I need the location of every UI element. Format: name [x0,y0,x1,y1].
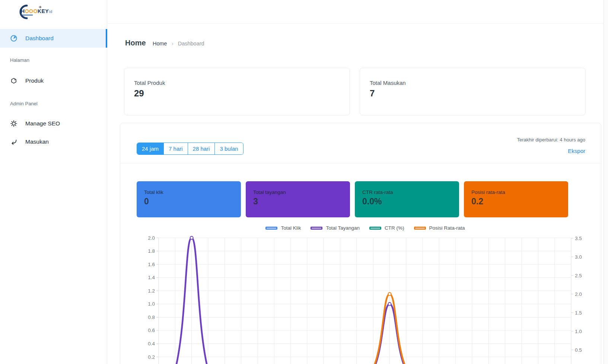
svg-text:1.0: 1.0 [575,329,582,334]
stat-label: Total tayangan [253,189,350,195]
legend-swatch-purple [311,227,322,230]
logo-tagline-bar [22,15,33,16]
svg-text:1.0: 1.0 [148,301,155,307]
chart-legend: Total Klik Total Tayangan CTR (%) Posisi… [153,225,577,231]
breadcrumb: Home › Dashboard [153,40,204,47]
app-window: HOOOKEYid Dashboard Halaman Produk [0,0,608,364]
legend-swatch-blue [265,227,277,230]
summary-card-total-masukan: Total Masukan 7 [360,68,586,115]
summary-card-label: Total Produk [134,80,165,86]
stat-card-total-tayangan: Total tayangan 3 [246,181,350,217]
sidebar-item-masukan[interactable]: Masukan [0,133,107,150]
sidebar: HOOOKEYid Dashboard Halaman Produk [0,0,107,364]
sidebar-item-produk[interactable]: Produk [0,72,107,89]
stat-value: 0 [144,197,241,207]
stat-card-total-klik: Total klik 0 [137,181,241,217]
summary-card-total-produk: Total Produk 29 [124,68,350,115]
scrollbar-track[interactable] [604,0,608,364]
sidebar-item-label: Produk [25,77,44,84]
svg-text:0.8: 0.8 [148,314,155,320]
summary-card-value: 29 [134,88,144,99]
summary-card-value: 7 [370,88,375,99]
svg-text:0.2: 0.2 [148,354,155,360]
stat-value: 0.0% [362,197,459,207]
stat-label: CTR rata-rata [362,189,459,195]
svg-text:3.0: 3.0 [575,254,582,260]
tab-3-bulan[interactable]: 3 bulan [214,143,243,154]
gear-icon [10,120,17,127]
svg-text:3.5: 3.5 [575,236,582,241]
logo-text: HOOOKEYid [21,8,52,14]
traffic-line-chart: 2.01.81.61.41.21.00.80.60.40.23.53.02.52… [138,224,592,364]
product-box-icon [10,77,17,84]
svg-text:1.5: 1.5 [575,310,582,316]
legend-item-ctr[interactable]: CTR (%) [369,225,404,231]
svg-text:2.5: 2.5 [575,273,582,278]
chart-area: 2.01.81.61.41.21.00.80.60.40.23.53.02.52… [138,224,592,364]
page-title: Home [125,39,146,47]
topbar [108,0,608,24]
breadcrumb-chevron-icon: › [172,40,174,47]
sidebar-section-admin-panel: Admin Panel [10,101,38,106]
tab-28-hari[interactable]: 28 hari [188,143,215,154]
svg-text:0.5: 0.5 [575,347,582,353]
stat-card-ctr: CTR rata-rata 0.0% [355,181,459,217]
sidebar-item-manage-seo[interactable]: Manage SEO [0,115,107,132]
export-link[interactable]: Ekspor [568,148,585,154]
stat-card-posisi: Posisi rata-rata 0.2 [464,181,568,217]
reply-arrow-icon [10,138,17,146]
svg-text:0.4: 0.4 [148,341,155,347]
panel-divider [120,163,601,163]
sidebar-item-label: Manage SEO [25,120,60,127]
svg-text:2.0: 2.0 [148,235,155,241]
svg-text:1.2: 1.2 [148,288,155,294]
dashboard-gauge-icon [10,35,17,42]
stat-label: Posisi rata-rata [471,189,568,195]
tab-7-hari[interactable]: 7 hari [163,143,188,154]
legend-swatch-teal [369,227,381,230]
stat-label: Total klik [144,189,241,195]
svg-text:2.0: 2.0 [575,291,582,297]
breadcrumb-current: Dashboard [178,41,204,47]
sidebar-item-label: Dashboard [25,35,54,42]
svg-text:1.6: 1.6 [148,262,155,267]
stat-value: 0.2 [471,197,568,207]
legend-item-total-klik[interactable]: Total Klik [265,225,301,231]
summary-card-label: Total Masukan [370,80,406,86]
stat-value: 3 [253,197,350,207]
svg-text:0.6: 0.6 [148,328,155,333]
period-tabs: 24 jam 7 hari 28 hari 3 bulan [137,143,243,155]
breadcrumb-home-link[interactable]: Home [153,41,167,47]
svg-text:1.8: 1.8 [148,248,155,254]
analytics-panel: 24 jam 7 hari 28 hari 3 bulan Terakhir d… [120,123,601,364]
sidebar-section-halaman: Halaman [10,57,29,63]
last-updated-text: Terakhir diperbarui: 4 hours ago [517,137,585,143]
legend-item-posisi[interactable]: Posisi Rata-rata [414,225,465,231]
brand-logo[interactable]: HOOOKEYid [16,4,60,20]
tab-24-jam[interactable]: 24 jam [137,143,163,154]
svg-text:1.4: 1.4 [148,275,155,280]
sidebar-item-label: Masukan [25,138,49,145]
legend-swatch-orange [414,227,426,230]
legend-item-total-tayangan[interactable]: Total Tayangan [311,225,360,231]
sidebar-item-dashboard[interactable]: Dashboard [0,29,107,48]
